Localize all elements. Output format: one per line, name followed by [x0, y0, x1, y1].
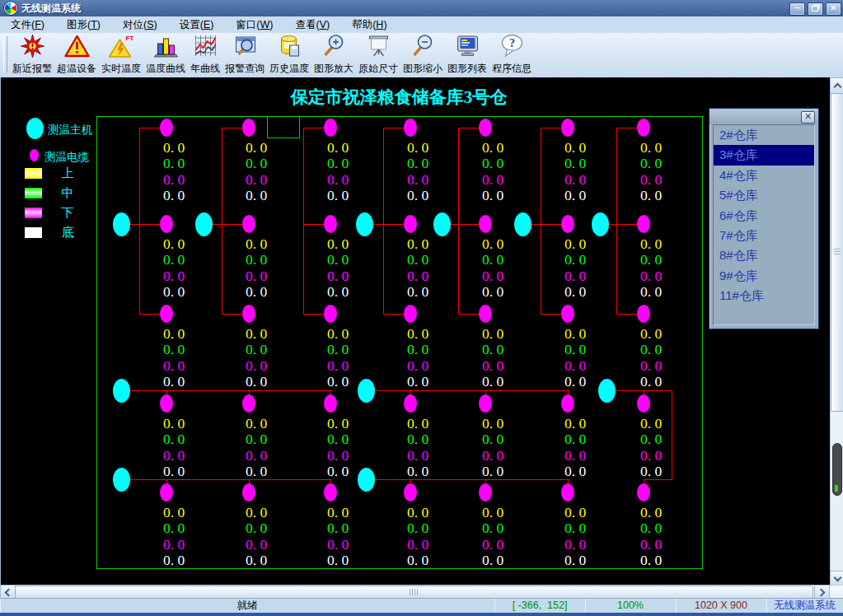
cable-line [458, 314, 480, 315]
zoom-in-button[interactable]: 图形放大 [311, 33, 356, 76]
list-item[interactable]: 9#仓库 [714, 266, 814, 286]
list-item[interactable]: 5#仓库 [714, 185, 814, 205]
cable-node [637, 483, 650, 502]
vertical-scroll-thumb[interactable] [831, 93, 843, 412]
cable-line [121, 479, 330, 480]
temperature-reading: 0. 0 [626, 156, 676, 171]
temperature-reading: 0. 0 [626, 448, 676, 464]
temperature-reading: 0. 0 [232, 432, 281, 447]
original-size-button[interactable]: 原始尺寸 [356, 33, 400, 76]
cable-line [458, 128, 459, 315]
temperature-reading: 0. 0 [232, 448, 281, 464]
temperature-reading: 0. 0 [550, 268, 600, 284]
temperature-reading: 0. 0 [149, 326, 199, 342]
temperature-reading: 0. 0 [393, 553, 443, 568]
minimize-button[interactable]: – [789, 2, 805, 16]
host-node [113, 212, 130, 236]
temperature-reading: 0. 0 [468, 156, 518, 171]
cable-node [160, 483, 173, 502]
thumb-grip [410, 589, 410, 595]
toolbar-grip[interactable] [3, 36, 7, 72]
temperature-reading: 0. 0 [232, 505, 281, 520]
temperature-readings: 0. 00. 00. 00. 0 [626, 236, 676, 301]
temperature-reading: 0. 0 [550, 448, 600, 464]
temperature-readings: 0. 00. 00. 00. 0 [313, 140, 363, 204]
year-curve-icon [192, 34, 219, 62]
list-item[interactable]: 3#仓库 [714, 145, 814, 165]
cable-line [139, 314, 161, 315]
temperature-reading: 0. 0 [232, 188, 281, 203]
program-info-icon: ? [499, 34, 526, 62]
list-item[interactable]: 8#仓库 [714, 245, 814, 265]
temperature-readings: 0. 00. 00. 00. 0 [626, 326, 676, 390]
cable-line [303, 128, 325, 128]
temperature-reading: 0. 0 [149, 188, 199, 203]
temperature-reading: 0. 0 [149, 448, 199, 464]
list-item[interactable]: 4#仓库 [714, 166, 814, 185]
temperature-readings: 0. 00. 00. 00. 0 [468, 505, 518, 569]
temperature-reading: 0. 0 [550, 358, 600, 374]
cable-node [561, 215, 574, 233]
temperature-reading: 0. 0 [149, 140, 199, 156]
horizontal-scroll-thumb[interactable] [15, 586, 813, 599]
cable-node [637, 394, 650, 413]
scroll-indicator-pill[interactable] [832, 443, 842, 496]
panel-close-button[interactable]: ✕ [801, 111, 815, 124]
temperature-reading: 0. 0 [149, 156, 199, 171]
list-item[interactable]: 6#仓库 [714, 206, 814, 226]
temperature-reading: 0. 0 [550, 464, 600, 479]
cable-node [637, 119, 650, 137]
year-curve-button[interactable]: 年曲线 [188, 33, 222, 76]
temperature-readings: 0. 00. 00. 00. 0 [313, 505, 363, 569]
cable-line [303, 314, 325, 315]
close-button[interactable]: ✕ [826, 2, 841, 16]
status-ready: 就绪 [0, 599, 495, 613]
temperature-reading: 0. 0 [149, 416, 199, 432]
temperature-reading: 0. 0 [313, 374, 363, 390]
restore-button[interactable] [808, 2, 823, 16]
alarm-query-button[interactable]: 报警查询 [222, 33, 267, 76]
app-window: 无线测温系统 – ✕ 文件F 图形T 对位S 设置E 窗口W 查看V 帮助H 新… [0, 0, 843, 616]
cable-node [404, 483, 417, 502]
temperature-reading: 0. 0 [313, 172, 363, 188]
cable-node [324, 394, 337, 413]
menu-file[interactable]: 文件F [0, 16, 56, 33]
temperature-reading: 0. 0 [232, 236, 281, 252]
realtime-temp-icon: FT [108, 34, 135, 62]
status-bar: 就绪 [ -366, 152] 100% 1020 X 900 无线测温系统 [0, 598, 843, 614]
scroll-up-button[interactable] [830, 77, 843, 94]
history-temp-icon [276, 34, 303, 62]
cable-line [616, 128, 617, 315]
cable-line [366, 390, 569, 391]
temp-curve-button[interactable]: 温度曲线 [143, 33, 188, 76]
program-info-button[interactable]: ? 程序信息 [489, 33, 534, 76]
menu-graphic[interactable]: 图形T [56, 16, 112, 33]
list-item[interactable]: 7#仓库 [714, 226, 814, 245]
menu-window[interactable]: 窗口W [225, 16, 284, 33]
chevron-up-icon [833, 82, 841, 91]
host-node [592, 212, 609, 236]
temperature-reading: 0. 0 [550, 236, 600, 252]
menu-settings[interactable]: 设置E [169, 16, 226, 33]
temperature-readings: 0. 00. 00. 00. 0 [393, 140, 443, 204]
menu-help[interactable]: 帮助H [341, 16, 398, 33]
indicator-led [835, 485, 838, 492]
list-item[interactable]: 11#仓库 [714, 286, 814, 306]
graphic-list-button[interactable]: 图形列表 [445, 33, 489, 76]
temperature-reading: 0. 0 [149, 505, 199, 520]
recent-alarm-button[interactable]: 新近报警 [10, 33, 54, 76]
list-item[interactable]: 2#仓库 [714, 125, 814, 145]
zoom-out-button[interactable]: 图形缩小 [400, 33, 445, 76]
temperature-readings: 0. 00. 00. 00. 0 [468, 236, 518, 301]
temperature-reading: 0. 0 [626, 537, 676, 553]
temperature-readings: 0. 00. 00. 00. 0 [313, 326, 363, 390]
temperature-reading: 0. 0 [232, 358, 281, 374]
menu-view[interactable]: 查看V [285, 16, 342, 33]
overtemp-device-button[interactable]: 超温设备 [54, 33, 99, 76]
history-temp-button[interactable]: 历史温度 [267, 33, 311, 76]
temperature-reading: 0. 0 [393, 268, 443, 284]
realtime-temp-button[interactable]: FT 实时温度 [99, 33, 143, 76]
menu-align[interactable]: 对位S [112, 16, 169, 33]
temperature-readings: 0. 00. 00. 00. 0 [626, 505, 676, 569]
temperature-reading: 0. 0 [149, 342, 199, 357]
